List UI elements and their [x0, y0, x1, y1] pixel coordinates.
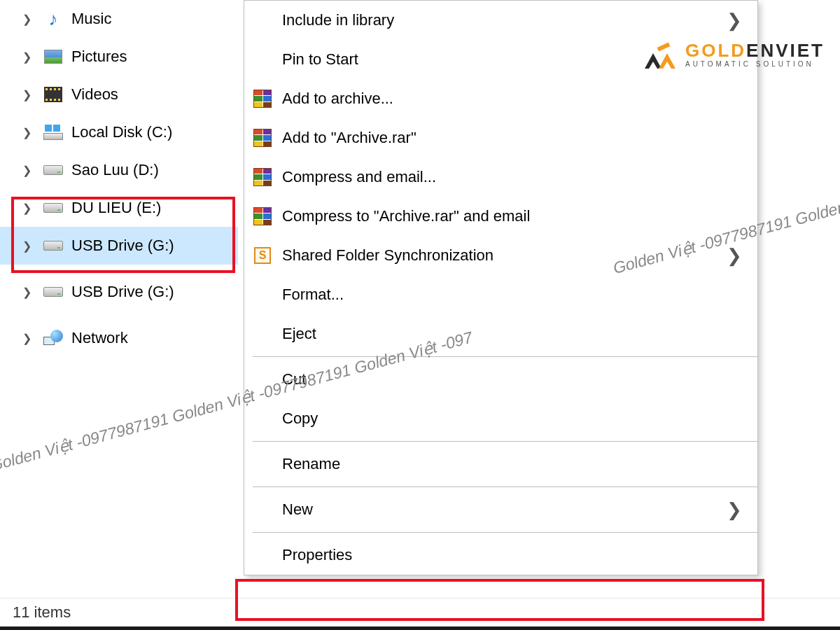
tree-item-pictures[interactable]: ❯ Pictures — [0, 38, 238, 76]
menu-separator — [253, 356, 757, 357]
logo-mark-icon — [645, 41, 678, 69]
drive-icon — [43, 160, 63, 180]
chevron-right-icon: ❯ — [22, 239, 35, 253]
menu-item-label: Include in library — [282, 11, 394, 29]
tree-item-music[interactable]: ❯ ♪ Music — [0, 0, 238, 38]
menu-item-add-to-archive-rar[interactable]: Add to "Archive.rar" — [244, 118, 757, 158]
navigation-tree: ❯ ♪ Music ❯ Pictures ❯ Videos ❯ Local Di… — [0, 0, 238, 357]
menu-item-eject[interactable]: Eject — [244, 314, 757, 354]
menu-item-compress-and-email[interactable]: Compress and email... — [244, 158, 757, 197]
goldenviet-logo: GOLDENVIET AUTOMATIC SOLUTION — [645, 41, 825, 69]
context-menu: Include in library ❯ Pin to Start Add to… — [244, 0, 758, 575]
svg-marker-0 — [645, 53, 662, 69]
winrar-icon — [253, 206, 272, 226]
menu-item-add-to-archive[interactable]: Add to archive... — [244, 79, 757, 118]
menu-item-format[interactable]: Format... — [244, 275, 757, 314]
menu-item-rename[interactable]: Rename — [244, 444, 757, 484]
chevron-right-icon: ❯ — [22, 202, 35, 215]
tree-item-du-lieu-e[interactable]: ❯ DU LIEU (E:) — [0, 189, 238, 227]
chevron-right-icon: ❯ — [22, 332, 35, 345]
tree-item-sao-luu-d[interactable]: ❯ Sao Luu (D:) — [0, 151, 238, 189]
menu-item-label: New — [282, 500, 313, 519]
chevron-right-icon: ❯ — [22, 286, 35, 299]
menu-separator — [253, 532, 757, 533]
pictures-icon — [43, 47, 63, 66]
menu-item-label: Properties — [282, 546, 352, 564]
logo-tagline: AUTOMATIC SOLUTION — [685, 61, 825, 68]
drive-icon — [43, 282, 63, 302]
tree-item-label: USB Drive (G:) — [71, 283, 174, 301]
logo-wordmark: GOLDENVIET — [685, 41, 825, 59]
menu-item-label: Compress to "Archive.rar" and email — [282, 207, 530, 225]
tree-item-label: Music — [71, 10, 111, 28]
tree-item-label: Videos — [71, 85, 118, 104]
chevron-right-icon: ❯ — [22, 164, 35, 177]
menu-item-compress-to-archive-rar-email[interactable]: Compress to "Archive.rar" and email — [244, 197, 757, 236]
winrar-icon — [253, 89, 272, 108]
menu-item-label: Compress and email... — [282, 168, 436, 186]
tree-item-label: Pictures — [71, 48, 127, 66]
local-disk-icon — [43, 122, 63, 142]
menu-item-label: Add to archive... — [282, 90, 393, 108]
chevron-right-icon: ❯ — [22, 126, 35, 139]
tree-item-videos[interactable]: ❯ Videos — [0, 76, 238, 113]
menu-item-label: Shared Folder Synchronization — [282, 246, 493, 265]
tree-item-label: Local Disk (C:) — [71, 123, 172, 141]
tree-item-label: Network — [71, 329, 128, 347]
chevron-right-icon: ❯ — [22, 13, 35, 26]
tree-item-label: Sao Luu (D:) — [71, 161, 159, 179]
menu-separator — [253, 486, 757, 487]
menu-item-properties[interactable]: Properties — [244, 536, 757, 575]
menu-item-copy[interactable]: Copy — [244, 399, 757, 438]
menu-item-new[interactable]: New ❯ — [244, 490, 757, 529]
videos-icon — [43, 85, 63, 104]
chevron-right-icon: ❯ — [727, 499, 742, 521]
network-icon — [43, 328, 63, 348]
menu-item-label: Eject — [282, 325, 316, 343]
winrar-icon — [253, 128, 272, 148]
chevron-right-icon: ❯ — [727, 245, 742, 267]
menu-item-shared-folder-sync[interactable]: S Shared Folder Synchronization ❯ — [244, 236, 757, 275]
svg-marker-1 — [659, 53, 676, 69]
menu-item-cut[interactable]: Cut — [244, 360, 757, 399]
menu-item-label: Pin to Start — [282, 50, 358, 69]
tree-item-usb-drive-g-selected[interactable]: ❯ USB Drive (G:) — [0, 227, 238, 265]
menu-item-label: Rename — [282, 455, 340, 473]
bottom-border — [0, 626, 840, 630]
drive-icon — [43, 198, 63, 218]
svg-rect-2 — [657, 42, 671, 51]
drive-icon — [43, 236, 63, 255]
chevron-right-icon: ❯ — [22, 50, 35, 64]
music-icon: ♪ — [43, 9, 63, 29]
menu-item-label: Cut — [282, 370, 306, 388]
status-items-count: 11 items — [13, 603, 71, 622]
winrar-icon — [253, 167, 272, 187]
sync-icon: S — [253, 246, 272, 265]
tree-item-label: USB Drive (G:) — [71, 237, 174, 255]
tree-item-label: DU LIEU (E:) — [71, 199, 161, 217]
tree-item-local-disk-c[interactable]: ❯ Local Disk (C:) — [0, 113, 238, 151]
tree-item-network[interactable]: ❯ Network — [0, 319, 238, 357]
menu-item-label: Add to "Archive.rar" — [282, 129, 416, 147]
status-bar: 11 items — [0, 598, 840, 626]
menu-item-label: Format... — [282, 286, 344, 304]
menu-item-label: Copy — [282, 410, 318, 428]
chevron-right-icon: ❯ — [22, 88, 35, 102]
chevron-right-icon: ❯ — [727, 10, 742, 31]
tree-item-usb-drive-g[interactable]: ❯ USB Drive (G:) — [0, 273, 238, 311]
menu-item-include-in-library[interactable]: Include in library ❯ — [244, 1, 757, 40]
menu-separator — [253, 441, 757, 442]
